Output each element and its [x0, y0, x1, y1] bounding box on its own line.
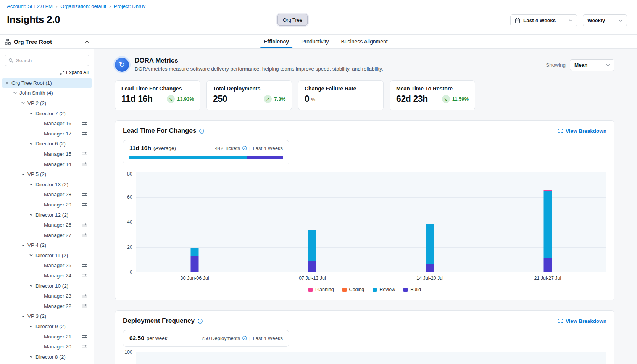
legend-item-coding[interactable]: Coding [342, 287, 364, 292]
deployment-chart: 100 [123, 352, 606, 364]
org-tree-button[interactable]: Org Tree [277, 14, 308, 26]
stacked-bar[interactable] [191, 248, 199, 272]
compare-metrics-icon[interactable] [82, 345, 88, 349]
tree-item[interactable]: Director 7 (2) [2, 108, 92, 119]
search-icon [8, 58, 13, 63]
compare-metrics-icon[interactable] [82, 294, 88, 298]
y-tick: 20 [127, 245, 132, 250]
tree-item-label: VP 5 (2) [27, 171, 46, 177]
chevron-down-icon[interactable] [29, 356, 35, 358]
tree-item[interactable]: Manager 22 [2, 301, 92, 311]
compare-metrics-icon[interactable] [82, 151, 88, 156]
tree-item[interactable]: Director 11 (2) [2, 250, 92, 261]
chevron-down-icon[interactable] [21, 173, 27, 176]
gridline [136, 172, 606, 172]
view-breakdown-link[interactable]: View Breakdown [558, 318, 606, 324]
granularity-select[interactable]: Weekly [583, 14, 627, 26]
info-icon[interactable] [198, 319, 203, 324]
tree-item[interactable]: Manager 24 [2, 271, 92, 281]
tree-item[interactable]: Manager 26 [2, 220, 92, 230]
tree-item[interactable]: Manager 23 [2, 291, 92, 301]
info-icon[interactable] [242, 146, 247, 150]
chevron-down-icon[interactable] [5, 82, 11, 84]
tree-item-label: Org Tree Root (1) [11, 80, 52, 86]
tree-item[interactable]: Director 10 (2) [2, 281, 92, 291]
legend-item-build[interactable]: Build [403, 287, 421, 292]
compare-metrics-icon[interactable] [82, 263, 88, 268]
chevron-down-icon[interactable] [29, 143, 35, 145]
legend-label: Planning [315, 287, 334, 292]
compare-metrics-icon[interactable] [82, 334, 88, 339]
chevron-down-icon[interactable] [21, 315, 27, 317]
tree-item[interactable]: Director 13 (2) [2, 179, 92, 190]
breadcrumb-link[interactable]: Organization: default [60, 3, 106, 9]
compare-metrics-icon[interactable] [82, 304, 88, 308]
tree-item-label: Director 11 (2) [35, 253, 68, 258]
chevron-down-icon[interactable] [29, 214, 35, 216]
expand-all-button[interactable]: Expand All [5, 70, 89, 75]
summary-qualifier: (Average) [153, 145, 176, 151]
tree-item[interactable]: Manager 29 [2, 200, 92, 210]
breadcrumb-link[interactable]: Project: Dhruv [114, 3, 145, 9]
info-icon[interactable] [242, 336, 247, 340]
compare-metrics-icon[interactable] [82, 131, 88, 136]
tabs: EfficiencyProductivityBusiness Alignment [263, 35, 389, 48]
chevron-down-icon[interactable] [29, 325, 35, 328]
search-input[interactable] [16, 58, 85, 63]
chevron-down-icon[interactable] [29, 183, 35, 185]
org-tree-icon [5, 39, 11, 45]
compare-metrics-icon[interactable] [82, 192, 88, 197]
tree-item[interactable]: Manager 20 [2, 341, 92, 352]
showing-select[interactable]: Mean [570, 59, 614, 71]
chevron-down-icon[interactable] [13, 92, 19, 94]
compare-metrics-icon[interactable] [82, 202, 88, 207]
tree-item[interactable]: Director 6 (2) [2, 139, 92, 149]
tree-item[interactable]: Director 12 (2) [2, 210, 92, 220]
date-range-select[interactable]: Last 4 Weeks [510, 14, 577, 26]
tree-item-label: Manager 21 [44, 334, 71, 340]
compare-metrics-icon[interactable] [82, 162, 88, 166]
chevron-down-icon[interactable] [29, 112, 35, 114]
info-icon[interactable] [199, 129, 204, 134]
tree-item[interactable]: Org Tree Root (1) [2, 78, 92, 88]
tree-item[interactable]: VP 2 (2) [2, 98, 92, 108]
breadcrumb-separator-icon: › [56, 3, 57, 9]
breadcrumb-link[interactable]: Account: SEI 2.0 PM [7, 3, 53, 9]
tree-item[interactable]: Director 8 (2) [2, 352, 92, 362]
compare-metrics-icon[interactable] [82, 223, 88, 227]
tree-item[interactable]: Manager 15 [2, 149, 92, 159]
tree-item[interactable]: VP 3 (2) [2, 311, 92, 322]
metric-card-total-deployments: Total Deployments250↗7.3% [206, 80, 292, 110]
tab-productivity[interactable]: Productivity [300, 35, 329, 48]
tree-item[interactable]: VP 4 (2) [2, 240, 92, 251]
tree-item[interactable]: Manager 17 [2, 129, 92, 139]
tab-efficiency[interactable]: Efficiency [263, 35, 290, 48]
chevron-down-icon[interactable] [29, 285, 35, 287]
legend-item-review[interactable]: Review [373, 287, 395, 292]
compare-metrics-icon[interactable] [82, 233, 88, 237]
stacked-bar[interactable] [308, 230, 316, 272]
stacked-bar[interactable] [543, 190, 552, 272]
tree-item[interactable]: Manager 27 [2, 230, 92, 240]
tree-item[interactable]: Manager 16 [2, 118, 92, 129]
tree-item[interactable]: Director 9 (2) [2, 321, 92, 332]
tab-business-alignment[interactable]: Business Alignment [340, 35, 389, 48]
chevron-down-icon[interactable] [21, 244, 27, 246]
chevron-up-icon[interactable] [85, 40, 89, 43]
compare-metrics-icon[interactable] [82, 274, 88, 278]
compare-metrics-icon[interactable] [82, 121, 88, 126]
tree-item[interactable]: Manager 21 [2, 332, 92, 342]
legend-item-planning[interactable]: Planning [308, 287, 334, 292]
tree-item[interactable]: Manager 25 [2, 261, 92, 271]
tree-item[interactable]: VP 5 (2) [2, 169, 92, 179]
chevron-down-icon[interactable] [21, 102, 27, 104]
chevron-down-icon[interactable] [29, 254, 35, 256]
view-breakdown-link[interactable]: View Breakdown [558, 128, 606, 134]
stacked-bar[interactable] [426, 224, 434, 272]
tree-item[interactable]: Manager 28 [2, 190, 92, 200]
y-tick: 100 [124, 350, 132, 355]
tree-item[interactable]: Manager 14 [2, 159, 92, 169]
x-axis-labels: 30 Jun-06 Jul07 Jul-13 Jul14 Jul-20 Jul2… [136, 275, 606, 281]
tree-item[interactable]: John Smith (4) [2, 88, 92, 98]
tree-item-label: Director 7 (2) [35, 111, 66, 116]
